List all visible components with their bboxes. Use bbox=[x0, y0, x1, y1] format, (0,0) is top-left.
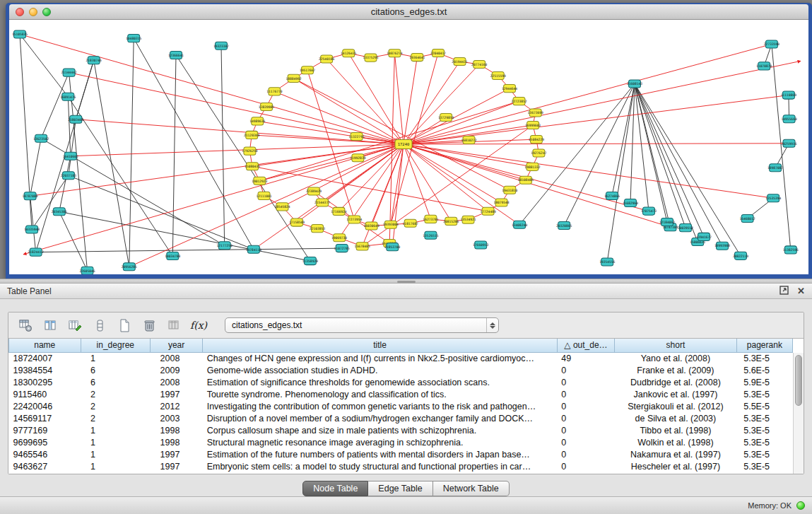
cell-out_de[interactable]: 0 bbox=[557, 388, 614, 400]
cell-out_de[interactable]: 0 bbox=[557, 436, 614, 448]
cell-pagerank[interactable]: 5.3E-5 bbox=[736, 424, 792, 436]
delete-column-button[interactable] bbox=[141, 317, 158, 334]
graph-node[interactable]: 10876274 bbox=[387, 49, 402, 57]
graph-node[interactable]: 13535394 bbox=[765, 194, 781, 202]
graph-node[interactable]: 21608143 bbox=[627, 80, 642, 88]
cell-in_degree[interactable]: 6 bbox=[81, 364, 151, 376]
cell-name[interactable]: 9465546 bbox=[9, 448, 81, 460]
graph-node[interactable]: 12184062 bbox=[659, 218, 675, 226]
column-header-pagerank[interactable]: pagerank bbox=[736, 339, 792, 352]
cell-name[interactable]: 9777169 bbox=[9, 424, 81, 436]
import-table-button[interactable] bbox=[165, 317, 182, 334]
tab-network-table[interactable]: Network Table bbox=[433, 481, 510, 496]
graph-node[interactable]: 19354556 bbox=[599, 258, 615, 266]
cell-in_degree[interactable]: 1 bbox=[81, 448, 151, 460]
cell-out_de[interactable]: 0 bbox=[557, 424, 614, 436]
network-window-titlebar[interactable]: citations_edges.txt bbox=[9, 4, 808, 20]
network-canvas[interactable]: 1644326815678485190697302210385317158509… bbox=[9, 20, 808, 274]
graph-node[interactable]: 15105835 bbox=[12, 30, 28, 38]
table-row[interactable]: 1830029562008Estimation of significance … bbox=[9, 376, 793, 388]
graph-node[interactable]: 20259916 bbox=[781, 139, 796, 147]
graph-node[interactable]: 21144447 bbox=[61, 69, 77, 76]
graph-node[interactable]: 15084229 bbox=[529, 136, 544, 144]
tab-node-table[interactable]: Node Table bbox=[302, 481, 368, 496]
cell-short[interactable]: Yano et al. (2008) bbox=[615, 352, 737, 364]
graph-node[interactable]: 16999603 bbox=[525, 121, 541, 129]
cell-title[interactable]: Estimation of significance thresholds fo… bbox=[203, 376, 558, 388]
cell-short[interactable]: Hescheler et al. (1997) bbox=[615, 460, 737, 472]
cell-in_degree[interactable]: 1 bbox=[81, 460, 151, 472]
cell-name[interactable]: 22420046 bbox=[9, 400, 81, 412]
graph-node[interactable]: 13941677 bbox=[696, 233, 712, 240]
cell-title[interactable]: Corpus callosum shape and size in male p… bbox=[203, 424, 558, 436]
graph-node[interactable]: 14955660 bbox=[782, 115, 797, 123]
column-header-title[interactable]: title bbox=[203, 339, 558, 352]
graph-node[interactable]: 22040417 bbox=[430, 49, 446, 57]
graph-node[interactable]: 20774160 bbox=[471, 60, 487, 68]
graph-node[interactable]: 21128369 bbox=[244, 131, 259, 139]
cell-title[interactable]: Disruption of a novel member of a sodium… bbox=[203, 412, 558, 424]
cell-name[interactable]: 14569117 bbox=[9, 412, 81, 424]
cell-in_degree[interactable]: 2 bbox=[81, 388, 151, 400]
graph-node[interactable]: 11817687 bbox=[403, 219, 418, 227]
table-row[interactable]: 946554611997Estimation of the future num… bbox=[9, 448, 793, 460]
cell-in_degree[interactable]: 1 bbox=[81, 436, 151, 448]
graph-node[interactable]: 18108485 bbox=[518, 176, 534, 184]
graph-node[interactable]: 22540186 bbox=[319, 55, 334, 63]
graph-node[interactable]: 18993988 bbox=[714, 242, 730, 250]
graph-node[interactable]: 12177250 bbox=[217, 242, 233, 250]
graph-node[interactable]: 14126435 bbox=[341, 49, 356, 57]
cell-year[interactable]: 2008 bbox=[151, 352, 203, 364]
memory-status-indicator[interactable] bbox=[796, 501, 805, 510]
graph-node[interactable]: 20039552 bbox=[678, 224, 693, 232]
graph-node[interactable]: 22037183 bbox=[61, 172, 76, 180]
graph-node[interactable]: 20822119 bbox=[733, 252, 748, 259]
graph-node[interactable]: 13375295 bbox=[363, 54, 378, 62]
graph-node[interactable]: 18787088 bbox=[23, 192, 38, 200]
column-header-year[interactable]: year bbox=[151, 339, 203, 352]
graph-node[interactable]: 13526515 bbox=[423, 231, 438, 239]
graph-node[interactable]: 17724489 bbox=[481, 207, 496, 215]
cell-out_de[interactable]: 49 bbox=[557, 352, 614, 364]
cell-name[interactable]: 9115460 bbox=[9, 388, 81, 400]
column-header-out_de[interactable]: △ out_de… bbox=[557, 339, 614, 352]
cell-title[interactable]: Structural magnetic resonance image aver… bbox=[203, 436, 558, 448]
graph-node[interactable]: 19364641 bbox=[409, 54, 425, 62]
function-builder-button[interactable]: f(x) bbox=[190, 317, 207, 334]
table-row[interactable]: 969969511998Structural magnetic resonanc… bbox=[9, 436, 793, 448]
graph-node[interactable]: 19431810 bbox=[502, 186, 517, 194]
show-columns-button[interactable] bbox=[42, 317, 59, 334]
graph-node[interactable]: 21544377 bbox=[314, 199, 330, 206]
close-panel-icon[interactable]: ✕ bbox=[797, 286, 805, 296]
graph-node[interactable]: 11382596 bbox=[783, 246, 799, 254]
cell-short[interactable]: Tibbo et al. (1998) bbox=[615, 424, 737, 436]
cell-year[interactable]: 2009 bbox=[151, 364, 203, 376]
graph-node[interactable]: 22723852 bbox=[511, 98, 526, 105]
graph-node[interactable]: 11358928 bbox=[302, 257, 318, 265]
graph-node[interactable]: 14989636 bbox=[249, 117, 265, 125]
graph-node[interactable]: 17075473 bbox=[641, 207, 657, 215]
graph-node[interactable]: 16274866 bbox=[604, 192, 620, 199]
graph-node[interactable]: 10480315 bbox=[126, 35, 141, 42]
graph-node[interactable]: 13729859 bbox=[438, 114, 454, 122]
cell-short[interactable]: Wolkin et al. (1998) bbox=[615, 436, 737, 448]
graph-node[interactable]: 10034788 bbox=[165, 252, 180, 260]
graph-node[interactable]: 15682960 bbox=[623, 199, 638, 207]
cell-year[interactable]: 1997 bbox=[151, 388, 203, 400]
cell-year[interactable]: 2008 bbox=[151, 376, 203, 388]
cell-title[interactable]: Embryonic stem cells: a model to study s… bbox=[203, 460, 558, 472]
cell-out_de[interactable]: 0 bbox=[557, 376, 614, 388]
cell-name[interactable]: 9463627 bbox=[9, 460, 81, 472]
cell-pagerank[interactable]: 5.3E-5 bbox=[736, 448, 792, 460]
split-divider[interactable] bbox=[0, 279, 812, 284]
graph-node[interactable]: 16810272 bbox=[461, 136, 476, 144]
cell-out_de[interactable]: 0 bbox=[557, 460, 614, 472]
cell-pagerank[interactable]: 5.5E-5 bbox=[736, 400, 792, 412]
graph-node[interactable]: 15678485 bbox=[355, 243, 370, 250]
graph-node[interactable]: 17660953 bbox=[473, 241, 488, 249]
graph-node[interactable]: 20320865 bbox=[556, 221, 572, 229]
graph-node[interactable]: 16410602 bbox=[63, 152, 78, 160]
scrollbar-thumb[interactable] bbox=[795, 355, 802, 406]
graph-node[interactable]: 17166924 bbox=[331, 207, 346, 215]
cell-out_de[interactable]: 0 bbox=[557, 448, 614, 460]
